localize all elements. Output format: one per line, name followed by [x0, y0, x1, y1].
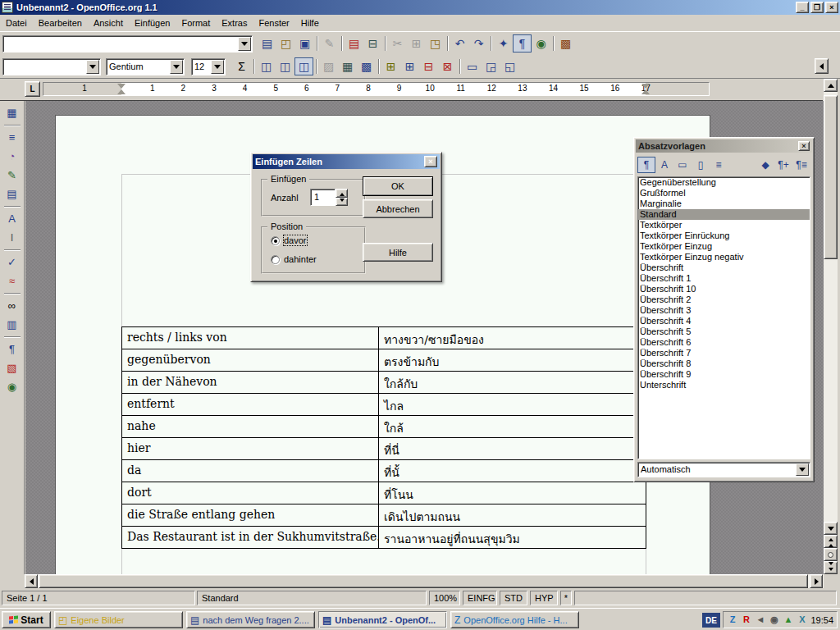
hyperlink-icon[interactable]: ◉ — [532, 34, 550, 52]
table-cell-german[interactable]: hier — [121, 438, 378, 459]
table-cell-thai[interactable]: รานอาหานอยู่ที่ถนนสุขุมวิม — [378, 527, 646, 548]
sum-icon[interactable]: Σ — [232, 57, 251, 75]
menu-item[interactable]: Bearbeiten — [33, 16, 88, 30]
table-cell-german[interactable]: da — [121, 460, 378, 482]
style-list-item[interactable]: Marginalie — [638, 199, 810, 209]
new-style-from-selection-icon[interactable]: ¶+ — [774, 157, 792, 173]
volume-tray-icon[interactable]: ◄ — [755, 614, 766, 625]
dialog-titlebar[interactable]: Einfügen Zeilen × — [253, 154, 440, 169]
menu-item[interactable]: Einfügen — [129, 16, 176, 30]
table-cell-german[interactable]: in der Nähevon — [121, 372, 378, 393]
table-cell-german[interactable]: nahe — [121, 416, 378, 437]
task-eigene-bilder[interactable]: ◰ Eigene Bilder — [54, 611, 183, 628]
export-pdf-icon[interactable]: ▤ — [345, 34, 363, 52]
style-list-item[interactable]: Gegenüberstellung — [638, 177, 810, 188]
style-list-item[interactable]: Textkörper Einzug negativ — [638, 252, 810, 262]
numbering-styles-icon[interactable]: ≡ — [710, 157, 728, 173]
table-cell-thai[interactable]: ที่นี่ — [378, 438, 646, 459]
stylist-close-button[interactable]: × — [798, 141, 810, 151]
horizontal-scrollbar[interactable] — [25, 574, 824, 588]
graphics-onoff-icon[interactable]: ▧ — [2, 358, 22, 377]
borders-icon[interactable]: ▦ — [338, 57, 357, 75]
data-sources-icon[interactable]: ▥ — [2, 315, 22, 334]
font-name-combobox[interactable]: Gentium — [106, 58, 185, 75]
font-size-dropdown-button[interactable] — [211, 60, 224, 74]
url-combobox[interactable] — [2, 35, 253, 52]
update-style-icon[interactable]: ¶≡ — [792, 157, 810, 173]
spin-down-button[interactable] — [336, 198, 348, 207]
task-nach-dem-weg[interactable]: ▤ nach dem Weg fragen 2.... — [186, 611, 315, 628]
navigator-icon[interactable]: ✦ — [494, 34, 513, 52]
edit-file-icon[interactable]: ✎ — [320, 34, 339, 52]
table-cell-german[interactable]: dort — [121, 482, 378, 504]
find-icon[interactable]: ∞ — [2, 296, 22, 315]
stylist-titlebar[interactable]: Absatzvorlagen × — [636, 139, 812, 153]
task-ooo-hilfe[interactable]: Z OpenOffice.org Hilfe - H... — [450, 611, 579, 628]
optimize-icon[interactable]: ◲ — [482, 57, 500, 75]
status-hyperlink-mode[interactable]: HYP — [530, 591, 558, 605]
style-list-item[interactable]: Unterschrift — [638, 380, 810, 390]
vertical-scroll-thumb[interactable] — [824, 95, 838, 259]
copy-icon[interactable]: ⊞ — [407, 34, 426, 52]
table-cell-german[interactable]: rechts / links von — [121, 327, 378, 349]
style-list-item[interactable]: Überschrift — [638, 262, 810, 273]
autotext-icon[interactable]: A — [2, 209, 22, 228]
cancel-button[interactable]: Abbrechen — [363, 199, 433, 218]
style-combobox[interactable] — [2, 58, 101, 75]
style-list-item[interactable]: Überschrift 8 — [638, 358, 810, 369]
task-unbenannt2[interactable]: ▤ Unbenannt2 - OpenOf... — [318, 611, 447, 628]
table-cell-thai[interactable]: ทางขวา/ซายมือของ — [378, 327, 646, 349]
url-dropdown-button[interactable] — [238, 37, 251, 51]
nonprinting-characters-icon[interactable]: ¶ — [2, 340, 22, 358]
style-list-item[interactable]: Überschrift 6 — [638, 337, 810, 348]
redo-icon[interactable]: ↷ — [469, 34, 488, 52]
usb-tray-icon[interactable]: ▲ — [783, 614, 794, 625]
menu-item[interactable]: Extras — [216, 16, 253, 30]
page-styles-icon[interactable]: ▯ — [692, 157, 710, 173]
style-list-item[interactable]: Überschrift 2 — [638, 294, 810, 305]
online-layout-icon[interactable]: ◉ — [2, 377, 22, 396]
radio-dahinter[interactable]: dahinter — [271, 254, 317, 264]
mouse-tray-icon[interactable]: ◉ — [769, 614, 780, 625]
start-button[interactable]: Start — [2, 611, 51, 628]
status-zoom[interactable]: 100% — [429, 591, 460, 605]
style-list-item[interactable]: Textkörper Einzug — [638, 241, 810, 252]
style-list-item[interactable]: Überschrift 4 — [638, 316, 810, 326]
merge-cells-icon[interactable]: ◱ — [500, 57, 519, 75]
delete-column-icon[interactable]: ⊠ — [438, 57, 457, 75]
status-insert-mode[interactable]: EINFG — [463, 591, 497, 605]
new-document-icon[interactable]: ▤ — [258, 34, 276, 52]
horizontal-scroll-thumb[interactable] — [39, 574, 808, 588]
insert-fields-icon[interactable]: ≡ — [2, 128, 22, 147]
left-indent-marker[interactable] — [117, 84, 126, 94]
style-list-item[interactable]: Überschrift 3 — [638, 305, 810, 316]
table-cell-german[interactable]: die Straße entlang gehen — [121, 504, 378, 526]
character-styles-icon[interactable]: A — [655, 157, 673, 173]
delete-row-icon[interactable]: ⊟ — [419, 57, 438, 75]
table-cell-thai[interactable]: เดินไปตามถนน — [378, 504, 646, 526]
fill-format-mode-icon[interactable]: ◆ — [756, 157, 774, 173]
draw-functions-icon[interactable]: ✎ — [2, 166, 22, 185]
language-indicator[interactable]: DE — [702, 613, 720, 628]
scroll-down-button[interactable] — [824, 522, 838, 535]
style-list-item[interactable]: Grußformel — [638, 188, 810, 199]
navigation-button[interactable] — [824, 548, 838, 561]
radio-davor[interactable]: davor — [271, 235, 307, 245]
undo-icon[interactable]: ↶ — [450, 34, 469, 52]
column-width-optimal-icon[interactable]: ◫ — [294, 57, 313, 75]
menu-item[interactable]: Fenster — [253, 16, 294, 30]
previous-page-button[interactable] — [824, 535, 838, 548]
form-functions-icon[interactable]: ▤ — [2, 185, 22, 203]
style-list-item[interactable]: Textkörper Einrückung — [638, 231, 810, 241]
cut-icon[interactable]: ✂ — [388, 34, 407, 52]
table-cell-german[interactable]: Das Restaurant ist in der Sukhumvitstraß… — [121, 527, 378, 548]
minimize-button[interactable]: _ — [796, 2, 809, 13]
next-page-button[interactable] — [824, 561, 838, 574]
style-list-item[interactable]: Überschrift 1 — [638, 273, 810, 284]
table-cell-thai[interactable]: ใกล้ — [378, 416, 646, 437]
insert-table-icon[interactable]: ▦ — [2, 103, 22, 122]
paste-icon[interactable]: ◳ — [426, 34, 445, 52]
scroll-up-button[interactable] — [824, 79, 838, 92]
scroll-left-button[interactable] — [25, 574, 38, 588]
style-list-item[interactable]: Überschrift 9 — [638, 369, 810, 380]
